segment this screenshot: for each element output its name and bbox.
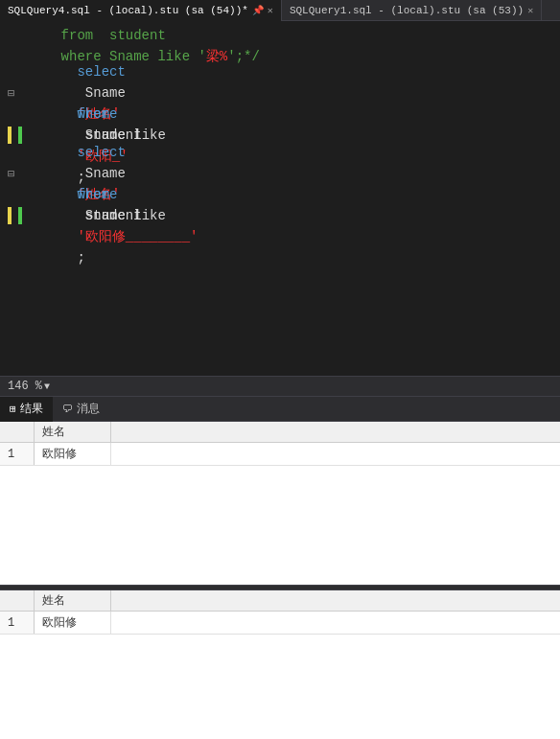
- grid2-header-text: 姓名: [42, 592, 65, 609]
- grid2-rownum-header: [0, 590, 35, 611]
- grid1-header: 姓名: [0, 422, 560, 443]
- title-bar: SQLQuery4.sql - (local).stu (sa (54))* 📌…: [0, 0, 560, 21]
- block1-indicator: ⊟: [8, 86, 13, 101]
- results-grid-icon: ⊞: [10, 403, 16, 415]
- results-tabs: ⊞ 结果 🗩 消息: [0, 397, 560, 422]
- tab-query4[interactable]: SQLQuery4.sql - (local).stu (sa (54))* 📌…: [0, 0, 282, 21]
- tab-messages[interactable]: 🗩 消息: [53, 397, 109, 422]
- grid2-row1-name: 欧阳修: [35, 612, 111, 634]
- block2-indicator: ⊟: [8, 167, 13, 181]
- grid1-row1-name: 欧阳修: [35, 443, 111, 465]
- tab1-close[interactable]: ✕: [527, 5, 533, 16]
- tab4-close[interactable]: ✕: [268, 5, 273, 16]
- grid1-row1-name-val: 欧阳修: [42, 446, 77, 462]
- grid2-row1-num-val: 1: [8, 616, 14, 630]
- block1-where-marker: [13, 127, 29, 144]
- grid2-header: 姓名: [0, 590, 560, 612]
- tab-query1[interactable]: SQLQuery1.sql - (local).stu (sa (53)) ✕: [282, 0, 542, 21]
- tab-results[interactable]: ⊞ 结果: [0, 397, 53, 422]
- zoom-dropdown-icon[interactable]: ▼: [44, 381, 50, 392]
- block2-where-marker: [13, 207, 29, 224]
- grid2-row1-name-val: 欧阳修: [42, 614, 77, 631]
- tab1-label: SQLQuery1.sql - (local).stu (sa (53)): [290, 5, 524, 16]
- code-line-where2: where Sname like '欧阳修________' ;: [0, 205, 560, 226]
- result-grid-2: 姓名 1 欧阳修: [0, 590, 560, 739]
- tab-results-label: 结果: [20, 401, 43, 417]
- grid1-rownum-header: [0, 422, 35, 442]
- grid1-header-text: 姓名: [42, 424, 65, 440]
- grid2-row1-num: 1: [0, 612, 35, 634]
- grid2-name-header: 姓名: [35, 590, 111, 611]
- grid1-row-1: 1 欧阳修: [0, 443, 560, 466]
- grid2-row-1: 1 欧阳修: [0, 612, 560, 635]
- grid1-row1-num: 1: [0, 443, 35, 465]
- grid1-row1-num-val: 1: [8, 448, 14, 461]
- code-where2: where Sname like '欧阳修________' ;: [29, 142, 198, 289]
- tab4-label: SQLQuery4.sql - (local).stu (sa (54))*: [8, 5, 248, 16]
- zoom-level: 146 %: [8, 380, 42, 393]
- result-grid-1: 姓名 1 欧阳修: [0, 422, 560, 585]
- grid1-name-header: 姓名: [35, 422, 111, 442]
- editor-area[interactable]: from student where Sname like '梁%';*/ ⊟ …: [0, 21, 560, 376]
- tab-messages-label: 消息: [77, 401, 100, 417]
- tab4-pin: 📌: [252, 5, 264, 16]
- zoom-bar: 146 % ▼: [0, 376, 560, 397]
- messages-icon: 🗩: [62, 403, 73, 415]
